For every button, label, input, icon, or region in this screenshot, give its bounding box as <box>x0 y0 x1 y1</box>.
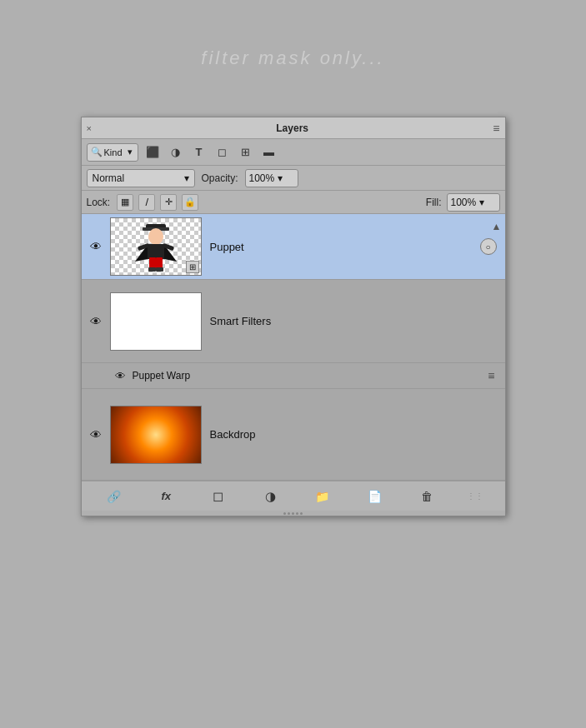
layer-link-icon-puppet: ⊞ <box>186 261 199 273</box>
puppet-warp-row[interactable]: 👁 Puppet Warp ≡ <box>82 363 505 388</box>
adjustment-icon[interactable]: ◑ <box>258 486 282 507</box>
watermark-text: filter mask only... <box>201 47 384 69</box>
mask-icon[interactable]: ◻ <box>207 486 230 507</box>
svg-rect-9 <box>156 267 163 272</box>
new-layer-icon[interactable]: 📄 <box>363 486 386 507</box>
svg-rect-6 <box>149 257 156 269</box>
svg-point-2 <box>148 228 163 245</box>
watermark-area: filter mask only... <box>0 0 586 117</box>
opacity-select[interactable]: 100% ▾ <box>245 169 298 187</box>
fill-arrow: ▾ <box>479 197 484 208</box>
visibility-eye-backdrop[interactable]: 👁 <box>87 426 105 444</box>
lock-brush-icon[interactable]: / <box>138 194 155 211</box>
filter-toolbar: 🔍 Kind ▾ ⬛ ◑ T ◻ ⊞ ▬ <box>82 139 505 166</box>
puppet-warp-group: 👁 Puppet Warp ≡ <box>82 363 505 389</box>
puppet-warp-name: Puppet Warp <box>133 370 191 381</box>
layer-thumb-backdrop <box>110 406 202 464</box>
layers-list: 👁 <box>82 214 505 481</box>
svg-rect-7 <box>156 257 163 269</box>
svg-rect-8 <box>148 267 156 272</box>
bottom-toolbar: 🔗 fx ◻ ◑ 📁 📄 🗑 ⋮⋮ <box>82 481 505 511</box>
panel-menu-button[interactable]: ≡ <box>493 122 499 135</box>
layer-name-smart: Smart Filters <box>210 315 500 327</box>
kind-dropdown-arrow: ▾ <box>128 147 133 157</box>
filter-pixel2-icon[interactable]: ▬ <box>260 143 278 162</box>
layer-thumb-smart <box>110 292 202 351</box>
filter-smart-icon[interactable]: ⊞ <box>237 143 255 162</box>
group-icon[interactable]: 📁 <box>311 486 334 507</box>
fill-select[interactable]: 100% ▾ <box>447 193 500 212</box>
blend-mode-select[interactable]: Normal ▾ <box>87 169 195 187</box>
puppet-svg <box>131 220 181 274</box>
panel-grip-icon[interactable]: ⋮⋮ <box>467 491 483 501</box>
panel-titlebar: × Layers ≡ <box>82 117 505 139</box>
blend-mode-arrow: ▾ <box>184 172 189 184</box>
kind-filter-select[interactable]: 🔍 Kind ▾ <box>87 143 138 162</box>
lock-row: Lock: ▦ / ✛ 🔒 Fill: 100% ▾ <box>82 191 505 214</box>
layer-name-backdrop: Backdrop <box>210 428 500 441</box>
link-icon[interactable]: 🔗 <box>103 486 126 507</box>
lock-label: Lock: <box>87 197 111 208</box>
filter-type-icon[interactable]: T <box>190 143 208 162</box>
opacity-arrow: ▾ <box>278 172 283 184</box>
lock-move-icon[interactable]: ✛ <box>160 194 177 211</box>
filter-adjust-icon[interactable]: ◑ <box>167 143 185 162</box>
blend-row: Normal ▾ Opacity: 100% ▾ <box>82 166 505 191</box>
opacity-label: Opacity: <box>202 172 238 184</box>
svg-rect-3 <box>148 244 164 259</box>
panel-title: Layers <box>276 122 308 134</box>
opacity-value: 100% <box>249 172 275 184</box>
delete-icon[interactable]: 🗑 <box>415 486 438 507</box>
lock-checkerboard-icon[interactable]: ▦ <box>117 194 133 211</box>
layer-badge-puppet: ○ <box>480 238 497 255</box>
scroll-arrow-puppet[interactable]: ▲ <box>492 221 502 232</box>
resize-handle[interactable] <box>82 511 505 516</box>
fill-label: Fill: <box>426 197 442 208</box>
filter-pixel-icon[interactable]: ⬛ <box>143 143 162 162</box>
blend-mode-value: Normal <box>93 172 125 184</box>
filter-shape-icon[interactable]: ◻ <box>213 143 232 162</box>
layer-item-backdrop[interactable]: 👁 Backdrop <box>82 389 505 481</box>
layer-item-smart-filters[interactable]: 👁 Smart Filters <box>82 280 505 363</box>
layer-thumb-puppet: ⊞ <box>110 217 202 276</box>
close-button[interactable]: × <box>87 123 92 133</box>
visibility-eye-puppet[interactable]: 👁 <box>87 237 105 256</box>
lock-all-icon[interactable]: 🔒 <box>182 194 198 211</box>
fx-icon[interactable]: fx <box>154 486 178 507</box>
fill-value: 100% <box>451 197 477 208</box>
layer-item-puppet[interactable]: 👁 <box>82 214 505 280</box>
visibility-eye-puppet-warp[interactable]: 👁 <box>115 370 126 382</box>
visibility-eye-smart[interactable]: 👁 <box>87 312 105 331</box>
filter-lines-icon: ≡ <box>488 369 494 382</box>
layer-name-puppet: Puppet <box>210 241 480 253</box>
kind-label: Kind <box>104 147 123 157</box>
layers-panel: × Layers ≡ 🔍 Kind ▾ ⬛ ◑ T ◻ ⊞ ▬ Normal ▾… <box>81 117 506 516</box>
